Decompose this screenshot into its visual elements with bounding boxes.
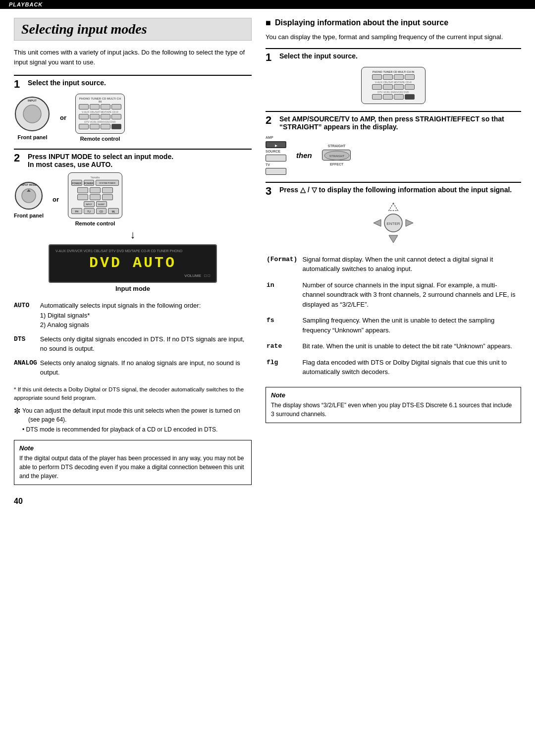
right-step3-title: Press △ / ▽ to display the following inf… (279, 186, 512, 194)
intro-text: This unit comes with a variety of input … (14, 48, 252, 67)
right-step1-title: Select the input source. (279, 52, 358, 60)
svg-text:INPUT: INPUT (28, 99, 37, 102)
input-mode-display: DVD AUTO (55, 255, 210, 271)
info-row-fs: fs Sampling frequency. When the unit is … (267, 314, 520, 339)
info-key-fs: fs (267, 314, 301, 339)
svg-marker-8 (374, 219, 381, 226)
left-note-text: If the digital output data of the player… (19, 454, 246, 481)
info-row-in: in Number of source channels in the inpu… (267, 279, 520, 314)
step1-title: Select the input source. (28, 79, 106, 87)
footnote: * If this unit detects a Dolby Digital o… (14, 385, 252, 403)
mode-row-dts: DTS Selects only digital signals encoded… (14, 333, 252, 357)
remote-sketch-1: PHONO TUNER CD MULTI CH IN V-AUX CBL/SAT… (75, 94, 125, 134)
top-bar: PLAYBACK (0, 0, 535, 9)
left-note-box: Note If the digital output data of the p… (14, 440, 252, 485)
right-step2-title: Set AMP/SOURCE/TV to AMP, then press STR… (279, 115, 521, 131)
then-label: then (296, 151, 312, 160)
display-label: Input mode (14, 285, 252, 292)
front-panel-label: Front panel (18, 134, 48, 140)
info-key-format: (Format) (267, 253, 301, 278)
left-step1: 1 Select the input source. INPUT Front p… (14, 75, 252, 142)
page-number: 40 (14, 497, 252, 506)
front-panel-box2: INPUT MODE Front panel (14, 181, 44, 218)
info-key-flg: flg (267, 356, 301, 381)
front-panel-knob-icon: INPUT (14, 95, 51, 132)
step2-title: Press INPUT MODE to select an input mode… (28, 153, 173, 161)
right-column: ■ Displaying information about the input… (266, 18, 521, 506)
right-step1: 1 Select the input source. PHONO TUNER C… (266, 48, 521, 104)
right-step3: 3 Press △ / ▽ to display the following i… (266, 182, 521, 245)
playback-label: PLAYBACK (9, 1, 43, 7)
right-step1-number: 1 (266, 52, 275, 63)
or-label-2: or (53, 196, 59, 203)
mode-table: AUTO Automatically selects input signals… (14, 299, 252, 380)
tips-section: ✼ You can adjust the default input mode … (14, 406, 252, 435)
svg-marker-11 (406, 219, 413, 226)
tip-2: • DTS mode is recommended for playback o… (22, 425, 252, 434)
left-note-title: Note (19, 444, 246, 452)
info-desc-in: Number of source channels in the input s… (302, 279, 520, 314)
right-step2: 2 Set AMP/SOURCE/TV to AMP, then press S… (266, 111, 521, 175)
info-key-in: in (267, 279, 301, 314)
info-desc-rate: Bit rate. When the unit is unable to det… (302, 340, 520, 355)
nav-cross-sketch: ENTER (371, 201, 416, 245)
input-mode-knob-icon: INPUT MODE (14, 181, 44, 211)
info-row-flg: flg Flag data encoded with DTS or Dolby … (267, 356, 520, 381)
right-note-title: Note (271, 391, 516, 399)
straight-effect-sketch: STRAIGHT STRAIGHT EFFECT (322, 144, 352, 166)
navigation-cross-icon: ENTER (371, 201, 416, 245)
left-column: Selecting input modes This unit comes wi… (14, 18, 252, 506)
info-table: (Format) Signal format display. When the… (266, 252, 521, 382)
right-note-box: Note The display shows “3/2/LFE” even wh… (266, 387, 521, 423)
step2-subtitle: In most cases, use AUTO. (28, 161, 173, 168)
front-panel-label2: Front panel (14, 213, 44, 218)
svg-text:ENTER: ENTER (386, 221, 400, 226)
remote-sketch-2: Yamaha POWER POWER SYSTEM POWER (68, 172, 122, 218)
mode-desc-dts: Selects only digital signals encoded in … (40, 333, 252, 357)
mode-row-auto: AUTO Automatically selects input signals… (14, 299, 252, 333)
step1-number: 1 (14, 79, 24, 90)
arrow-down-icon: ↓ (14, 228, 252, 241)
mode-name-dts: DTS (14, 333, 40, 357)
right-section-title: Displaying information about the input s… (275, 18, 448, 28)
svg-marker-12 (389, 203, 398, 211)
svg-marker-13 (389, 235, 398, 243)
remote-label-1: Remote control (80, 136, 120, 142)
info-key-rate: rate (267, 340, 301, 355)
remote-control-box-1: PHONO TUNER CD MULTI CH IN V-AUX CBL/SAT… (75, 94, 125, 142)
right-note-text: The display shows “3/2/LFE” even when yo… (271, 401, 516, 419)
straight-btn-icon: STRAIGHT (322, 150, 351, 161)
svg-point-1 (23, 105, 41, 123)
mode-row-analog: ANALOG Selects only analog signals. If n… (14, 357, 252, 380)
info-desc-format: Signal format display. When the unit can… (302, 253, 520, 278)
page-title: Selecting input modes (14, 18, 252, 41)
right-step3-number: 3 (266, 186, 275, 197)
mode-name-analog: ANALOG (14, 357, 40, 380)
then-row: AMP ▶ SOURCE TV then STRAIGHT STRAIGHT (266, 136, 521, 175)
info-row-format: (Format) Signal format display. When the… (267, 253, 520, 278)
svg-text:INPUT MODE: INPUT MODE (21, 183, 37, 186)
remote-control-box-2: Yamaha POWER POWER SYSTEM POWER (68, 172, 122, 226)
front-panel-box: INPUT Front panel (14, 95, 51, 140)
or-label-1: or (60, 114, 66, 121)
info-row-rate: rate Bit rate. When the unit is unable t… (267, 340, 520, 355)
right-remote-sketch: PHONO TUNER CD MULTI CH IN V-AUX CBL/SAT… (361, 67, 426, 104)
amp-source-tv-sketch: AMP ▶ SOURCE TV (266, 136, 286, 175)
right-intro: You can display the type, format and sam… (266, 32, 521, 42)
step2-number: 2 (14, 153, 24, 163)
info-desc-flg: Flag data encoded with DTS or Dolby Digi… (302, 356, 520, 381)
remote-label-2: Remote control (75, 220, 115, 226)
square-bullet-icon: ■ (266, 18, 271, 28)
info-desc-fs: Sampling frequency. When the unit is una… (302, 314, 520, 339)
tip-1: You can adjust the default input mode th… (22, 406, 252, 424)
sun-icon: ✼ (14, 406, 20, 416)
right-step2-number: 2 (266, 115, 275, 126)
mode-desc-auto: Automatically selects input signals in t… (40, 299, 252, 333)
mode-name-auto: AUTO (14, 299, 40, 333)
left-step2: 2 Press INPUT MODE to select an input mo… (14, 149, 252, 292)
mode-desc-analog: Selects only analog signals. If no analo… (40, 357, 252, 380)
svg-text:STRAIGHT: STRAIGHT (329, 155, 345, 158)
